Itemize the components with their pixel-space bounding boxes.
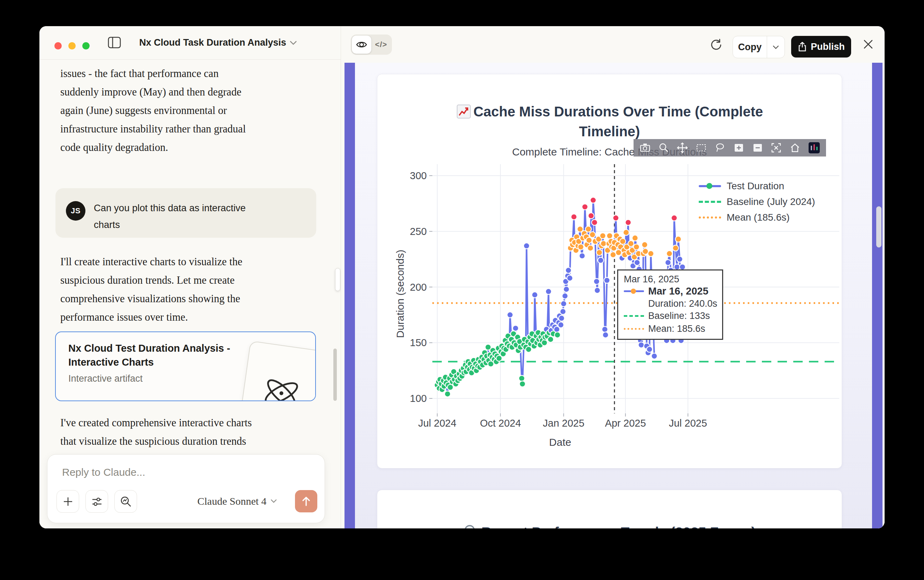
svg-text:Jul 2025: Jul 2025 — [669, 418, 707, 429]
traffic-minimize-button[interactable] — [68, 42, 76, 49]
chart-increasing-icon — [456, 104, 472, 119]
tooltip-sample-duration — [624, 290, 644, 292]
send-button[interactable] — [295, 490, 317, 512]
close-artifact-button[interactable] — [863, 39, 874, 51]
chart-card: Cache Miss Durations Over Time (Complete… — [377, 74, 842, 468]
box-select-icon[interactable] — [695, 142, 707, 154]
code-tab[interactable]: </> — [371, 36, 391, 54]
tooltip-sample-mean — [624, 328, 644, 330]
user-message-text: Can you plot this data as interactive ch… — [94, 200, 303, 233]
artifact-card-title: Nx Cloud Test Duration Analysis - Intera… — [68, 341, 232, 369]
publish-button[interactable]: Publish — [791, 36, 851, 58]
svg-text:Jul 2024: Jul 2024 — [418, 418, 456, 429]
assistant-paragraph: I'll create interactive charts to visual… — [60, 253, 311, 326]
svg-text:Apr 2025: Apr 2025 — [605, 418, 646, 429]
assistant-paragraph: that visualize the suspicious duration t… — [60, 432, 311, 451]
trends-card-title: Recent Performance Trends (2025 Focus) — [377, 503, 842, 529]
tooltip-sample-baseline — [624, 315, 644, 317]
research-button[interactable] — [114, 490, 137, 513]
legend-item-test-duration[interactable]: Test Duration — [699, 178, 815, 194]
trends-card: Recent Performance Trends (2025 Focus) — [377, 490, 842, 529]
traffic-zoom-button[interactable] — [82, 42, 90, 49]
reset-axes-icon[interactable] — [789, 142, 801, 154]
lasso-icon[interactable] — [714, 142, 726, 154]
legend-sample-dot — [699, 216, 721, 219]
atom-icon — [258, 369, 305, 401]
sidebar-toggle-icon[interactable] — [108, 36, 121, 50]
legend-sample-dash — [699, 201, 721, 203]
svg-text:Date: Date — [549, 437, 571, 448]
svg-text:Jan 2025: Jan 2025 — [543, 418, 584, 429]
artifact-toolbar: </> Copy Publish — [341, 26, 884, 63]
eye-icon — [356, 40, 367, 49]
close-icon — [863, 39, 874, 50]
svg-text:150: 150 — [410, 337, 427, 348]
zoom-in-icon[interactable] — [733, 142, 745, 154]
reply-composer[interactable]: Reply to Claude... Claude Sonnet 4 — [47, 454, 325, 523]
legend-item-baseline[interactable]: Baseline (July 2024) — [699, 194, 815, 209]
sliders-icon — [91, 496, 102, 507]
artifact-card-subtitle: Interactive artifact — [68, 373, 143, 384]
camera-icon[interactable] — [639, 142, 651, 154]
chevron-down-icon — [271, 499, 277, 503]
magnifier-trend-icon — [120, 496, 132, 508]
artifact-scrollbar-thumb[interactable] — [876, 206, 881, 247]
zoom-out-icon[interactable] — [752, 142, 764, 154]
plus-icon — [63, 496, 74, 507]
conversation-title-row[interactable]: Nx Cloud Task Duration Analysis — [139, 26, 297, 59]
legend-sample-line-dot — [699, 185, 721, 187]
chat-scrollbar-thumb[interactable] — [333, 349, 337, 401]
artifact-content-background: Cache Miss Durations Over Time (Complete… — [355, 63, 872, 529]
zoom-icon[interactable] — [658, 142, 670, 154]
svg-text:Duration (seconds): Duration (seconds) — [394, 250, 406, 338]
svg-text:300: 300 — [410, 170, 427, 181]
tooltip-duration: Duration: 240.0s — [648, 298, 717, 309]
tools-button[interactable] — [86, 490, 108, 513]
plotly-logo-icon[interactable] — [808, 142, 820, 154]
chart-card-title: Cache Miss Durations Over Time (Complete… — [377, 82, 842, 142]
copy-dropdown[interactable] — [767, 36, 785, 58]
traffic-close-button[interactable] — [54, 42, 62, 49]
conversation-title: Nx Cloud Task Duration Analysis — [139, 37, 286, 48]
chart-legend: Test Duration Baseline (July 2024) Mean … — [699, 178, 815, 225]
panel-resize-handle[interactable] — [335, 268, 340, 291]
artifact-card[interactable]: Nx Cloud Test Duration Analysis - Intera… — [55, 331, 316, 401]
svg-text:200: 200 — [410, 282, 427, 293]
publish-label: Publish — [811, 41, 845, 52]
arrow-up-icon — [301, 496, 311, 507]
tooltip-date: Mar 16, 2025 — [624, 274, 722, 285]
plotly-modebar — [634, 139, 826, 157]
artifact-viewport: Cache Miss Durations Over Time (Complete… — [345, 63, 883, 529]
chat-panel: Nx Cloud Task Duration Analysis issues -… — [40, 26, 341, 529]
magnifier-icon — [464, 524, 479, 529]
legend-item-mean[interactable]: Mean (185.6s) — [699, 209, 815, 225]
svg-text:Oct 2024: Oct 2024 — [480, 418, 521, 429]
artifact-thumbnail — [236, 341, 316, 401]
svg-text:250: 250 — [410, 226, 427, 237]
assistant-paragraph: issues - the fact that performance can s… — [60, 64, 311, 157]
autoscale-icon[interactable] — [770, 142, 782, 154]
attach-button[interactable] — [56, 490, 79, 513]
user-message-bubble: JS Can you plot this data as interactive… — [55, 188, 316, 238]
model-name: Claude Sonnet 4 — [197, 495, 266, 507]
refresh-button[interactable] — [709, 38, 723, 53]
chart-tooltip: Mar 16, 2025 Mar 16, 2025 Duration: 240.… — [617, 269, 723, 340]
copy-button[interactable]: Copy — [733, 36, 785, 58]
artifact-panel: </> Copy Publish — [341, 26, 884, 529]
svg-text:100: 100 — [410, 393, 427, 404]
model-selector[interactable]: Claude Sonnet 4 — [197, 490, 277, 512]
preview-tab[interactable] — [352, 36, 371, 54]
preview-code-toggle: </> — [351, 35, 392, 55]
copy-label: Copy — [733, 42, 767, 53]
share-icon — [797, 41, 807, 52]
user-avatar: JS — [66, 201, 86, 221]
app-window: Nx Cloud Task Duration Analysis issues -… — [40, 26, 884, 529]
pan-icon[interactable] — [676, 142, 688, 154]
assistant-paragraph: I've created comprehensive interactive c… — [60, 414, 311, 432]
refresh-icon — [709, 38, 723, 52]
chat-titlebar: Nx Cloud Task Duration Analysis — [40, 26, 341, 59]
chevron-down-icon — [773, 45, 779, 49]
code-icon: </> — [375, 40, 388, 49]
composer-placeholder[interactable]: Reply to Claude... — [62, 466, 145, 478]
chevron-down-icon — [290, 41, 297, 45]
